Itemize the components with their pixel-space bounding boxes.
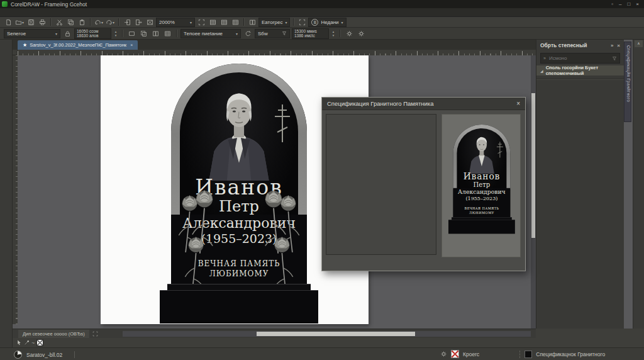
grid-view-button[interactable] <box>219 18 229 26</box>
document-tab-label: Sarstov_v_3f.00.2022_МезлоеПіЄ_Памятонк <box>30 42 126 48</box>
docker-panel: Обрть степесный » × » ◢ Споль госорйни Б… <box>536 40 624 329</box>
copy-button[interactable] <box>65 18 75 26</box>
effects-combo[interactable]: Еатогрес ▾ <box>258 18 290 27</box>
undo-button[interactable]: ▾ <box>94 18 104 26</box>
dialog-title-bar[interactable]: Спецификация Гранитного Памятника × <box>322 98 525 110</box>
position-x-value: 16050 ссом <box>77 29 111 34</box>
grid-view-button[interactable] <box>208 18 218 26</box>
print-button[interactable] <box>37 18 47 26</box>
corel-logo-icon <box>2 1 8 7</box>
export-button[interactable] <box>133 18 143 26</box>
status-separator <box>74 351 75 358</box>
vertical-scrollbar-thumb[interactable] <box>531 93 535 238</box>
position-y-value: 18630 алов <box>77 33 111 38</box>
preset-combo[interactable]: Sепегое ▾ <box>4 29 60 38</box>
status-dashed-separator <box>519 351 521 358</box>
horizontal-scrollbar[interactable] <box>123 331 531 337</box>
status-bar: Saratov_-bll.02 Кроегс Спецификацнок Гра… <box>0 347 644 360</box>
eyedropper-icon <box>25 340 29 344</box>
fit-page-button[interactable] <box>196 18 206 26</box>
open-button[interactable]: ▾ <box>14 18 25 26</box>
effects-label: Еатогрес <box>262 20 282 25</box>
selection-color-swatch[interactable] <box>525 351 532 358</box>
position-spinner[interactable]: ▴▾ <box>113 30 118 37</box>
grid-view-button[interactable] <box>230 18 240 26</box>
monument-artwork[interactable]: Иванов Петр Александрович (1955–2023) ВЕ… <box>160 64 318 323</box>
page-navigation-bar: Дип сеэеочее ооооо (ОВЂs) <box>13 329 536 338</box>
docker-header[interactable]: Обрть степесный » × <box>536 40 624 51</box>
save-button[interactable] <box>26 18 36 26</box>
vertical-scrollbar[interactable] <box>531 55 536 329</box>
tilde-label: ~ <box>31 340 35 346</box>
selection-status-label: Спецификацнок Гранитного <box>536 351 605 357</box>
pages-button[interactable] <box>247 18 257 26</box>
specification-dialog: Спецификация Гранитного Памятника × <box>321 97 526 271</box>
window-control-restore[interactable]: ▫ <box>611 1 613 7</box>
docker-tree-header[interactable]: ◢ Споль госорйни Букет спепоменчивый <box>536 65 624 76</box>
toolbar-separator <box>340 30 340 37</box>
options-button[interactable] <box>356 29 366 38</box>
zoom-level-value: 2000% <box>159 20 175 25</box>
expand-corners-icon[interactable] <box>92 331 98 337</box>
size-width-value: 15300 ммиs <box>294 29 328 34</box>
size-height-value: 1386 имсtс <box>294 33 328 38</box>
page-tab[interactable]: Дип сеэеочее ооооо (ОВЂs) <box>18 330 89 338</box>
toolbar-separator <box>90 18 91 26</box>
orthodox-cross-icon-mini <box>496 141 504 159</box>
paste-button[interactable] <box>77 18 87 26</box>
carnation-engraving-right <box>264 182 302 286</box>
specification-list <box>326 114 436 255</box>
dialog-close-icon[interactable]: × <box>516 100 520 107</box>
object-position-fields[interactable]: 16050 ссом 18630 алов <box>74 28 111 39</box>
group-button[interactable] <box>150 29 160 38</box>
horizontal-scrollbar-thumb[interactable] <box>257 332 415 336</box>
publish-button[interactable] <box>145 18 155 26</box>
new-document-button[interactable] <box>3 18 13 26</box>
page-layout-button[interactable] <box>126 29 136 38</box>
object-size-fields[interactable]: 15300 ммиs 1386 имсtс <box>292 28 329 39</box>
launch-combo[interactable]: B Недани ▾ <box>308 18 346 27</box>
carnation-engraving-base <box>160 291 318 323</box>
docker-side-tab[interactable]: Спецификацйя Гранйтного <box>624 42 631 122</box>
tab-close-icon[interactable]: × <box>130 43 133 47</box>
import-button[interactable] <box>122 18 132 26</box>
tree-expand-icon[interactable]: ◢ <box>540 69 543 73</box>
ruler-corner <box>13 50 18 55</box>
portrait-engraving-mini <box>467 133 496 174</box>
arrange-button[interactable] <box>162 29 172 38</box>
window-control-minimize[interactable]: – <box>619 1 621 7</box>
badge-b-icon: B <box>311 19 318 26</box>
size-spinner[interactable]: ▴▾ <box>331 30 336 37</box>
orthodox-cross-icon <box>273 103 292 144</box>
menu-bar <box>0 8 644 17</box>
tree-header-label: Споль госорйни Букет спепоменчивый <box>546 65 620 76</box>
fill-none-swatch[interactable] <box>451 350 459 358</box>
application-window: CorelDRAW - Frameiing Gcehot ▫–□× ▾ ▾ ▾ … <box>0 0 644 360</box>
favorite-star-icon: ★ <box>23 42 27 48</box>
outline-combo[interactable]: Sбw <box>255 29 290 38</box>
toolbar-separator <box>122 30 123 37</box>
redo-button[interactable]: ▾ <box>105 18 115 26</box>
settings-button[interactable] <box>344 29 354 38</box>
search-input[interactable] <box>548 55 610 62</box>
docker-close-icon[interactable]: × <box>617 43 620 48</box>
no-color-swatch[interactable] <box>36 339 43 346</box>
lock-ratio-button[interactable] <box>62 29 72 38</box>
search-icon: » <box>543 56 546 60</box>
frame-button[interactable] <box>297 18 307 26</box>
window-control-maximize[interactable]: □ <box>627 1 630 7</box>
rotate-button[interactable] <box>243 29 253 38</box>
document-tab[interactable]: ★ Sarstov_v_3f.00.2022_МезлоеПіЄ_Памятон… <box>18 40 138 50</box>
zoom-level-combo[interactable]: 2000% ▾ <box>156 18 195 27</box>
side-tab-label: Спецификацйя Гранйтного <box>626 45 631 102</box>
portrait-engraving <box>204 85 274 181</box>
mode-combo[interactable]: Тепоее пиеtание ▾ <box>180 29 241 38</box>
palette-scroll-up-button[interactable]: ∧ <box>635 40 643 47</box>
cut-button[interactable] <box>54 18 64 26</box>
status-logo-icon <box>14 351 22 359</box>
monument-slab: Иванов Петр Александрович (1955–2023) ВЕ… <box>171 64 307 284</box>
mirror-button[interactable] <box>138 29 148 38</box>
window-control-close[interactable]: × <box>636 1 639 7</box>
docker-collapse-icon[interactable]: » <box>611 43 613 48</box>
docker-search-box[interactable]: » <box>540 53 620 64</box>
